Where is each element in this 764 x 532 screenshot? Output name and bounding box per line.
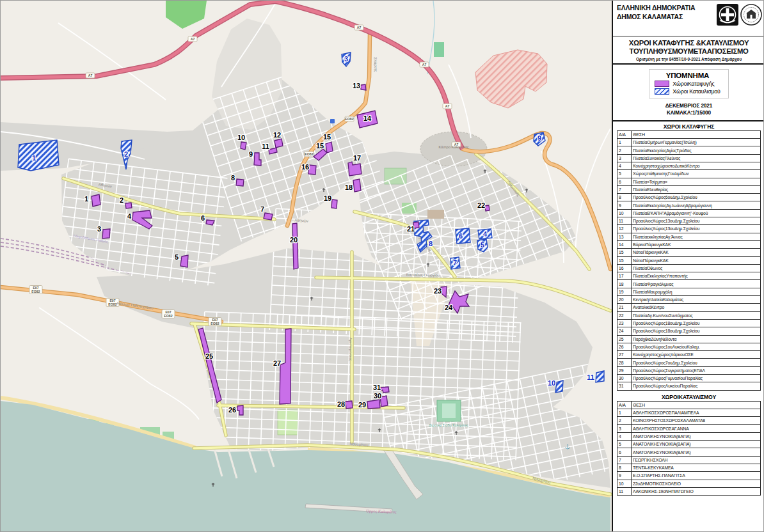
church-building [427,210,444,219]
refuge-row: 30ΠροαύλιοςΧώροςΓυμνασίουΠαραλίας [617,374,761,382]
refuge-site-number: 25 [205,352,213,360]
legend-title: ΥΠΟΜΝΗΜΑ [655,72,720,79]
refuge-row: 10ΠλατείαΒ'ΚΑΠΗ"Αβραμόγιαννη"-Κουφού [617,209,761,217]
refuge-row: 23ΠροαύλιοςΧώρος18ουΔημ.Σχολείου [617,319,761,327]
date-scale-block: ΔΕΚΕΜΒΡΙΟΣ 2021 ΚΛΙΜΑΚΑ:1/15000 [613,98,764,121]
svg-text:ΕΟ82: ΕΟ82 [345,117,353,121]
street-label: Αριστομένους [349,338,353,361]
svg-text:ΕΟ82: ΕΟ82 [108,302,116,306]
refuge-site-number: 20 [290,236,298,244]
route-shield: Α7 [188,36,197,42]
coat-of-arms-emblem [717,4,738,26]
refuge-site-polygon [206,220,214,225]
camp-site-polygon [596,371,604,382]
camp-row: 3ΑΘΛΗΤΙΚΟΣΧΩΡΟΣΑΓ.ΑΝΝΑ [617,425,761,432]
refuge-site-number: 15 [323,133,331,141]
route-shield: Α7 [86,73,95,78]
refuge-row: 29ΠροαύλιοςΧώροςΣυγκροτήματοςΕΠΑΛ [617,366,761,374]
street-label: Αθηνών [294,218,308,223]
bus-stop-icon [330,119,335,123]
route-shield: ΕΟ82 [345,116,354,121]
camp-row: 4ΑΝΑΤΟΛΙΚΗΣΥΝΟΙΚΙΑ(ΒΑΓΙΑ) [617,432,761,440]
refuge-site-number: 26 [228,406,236,414]
refuge-site-number: 16 [301,163,309,171]
refuge-row: 1ΠλατείαΟμήρωνΓερμανίας(Τσώλη) [617,139,761,146]
camp-site-polygon [555,380,563,393]
refuge-row: 26ΠροαύλιοςΧώρος1ουΛυκείουΚαλαμ. [617,343,761,350]
svg-text:Α7: Α7 [88,74,93,77]
refuge-table: Α/ΑΘΕΣΗ1ΠλατείαΟμήρωνΓερμανίας(Τσώλη)2Πλ… [617,130,761,391]
svg-text:Α7: Α7 [445,104,450,108]
refuge-site-number: 15 [316,142,324,150]
map-date: ΔΕΚΕΜΒΡΙΟΣ 2021 [613,102,764,109]
refuge-site-number: 17 [353,154,361,162]
map-canvas: ⚓ Α7Α7Α7Α7Α7Α7Ε07ΕΟ82Ε07ΕΟ82Ε07ΕΟ82Ε07ΕΟ… [1,1,612,532]
refuge-site-number: 3 [97,225,101,233]
camp-row: 5ΑΝΑΤΟΛΙΚΗΣΥΝΟΙΚΙΑ(ΒΑΓΙΑ) [617,441,761,448]
camp-site-number: 9 [537,134,541,142]
camp-site-number: 11 [587,373,594,381]
map-title-block: ΧΩΡΟΙ ΚΑΤΑΦΥΓΗΣ &ΚΑΤΑΥΛΙΣΜΟΥ ΤΟΥΠΛΗΘΥΣΜΟ… [613,36,764,65]
camp-row: 9Ε.Ο.ΣΠΑΡΤΗΣ-ΠΑΝΑΓΙΤΣΑ [617,472,761,480]
route-shield: ΕΟ82 [305,152,314,157]
camp-site-number: 6 [459,232,463,240]
refuge-site-polygon [367,400,380,409]
route-shield: Α7 [354,25,363,30]
refuge-swatch [655,81,669,87]
refuge-site-number: 27 [273,359,281,367]
info-panel: ΕΛΛΗΝΙΚΗ ΔΗΜΟΚΡΑΤΙΑ ΔΗΜΟΣ ΚΑΛΑΜΑΤΑΣ [612,1,764,532]
refuge-site-number: 1 [84,195,88,203]
refuge-row: 24ΠροαύλιοςΧώρος18ουΔημ.Σχολείου [617,327,761,335]
refuge-row: 3ΠλατείαΣυνοικίαςΠλεύνας [617,154,761,162]
refuge-site-number: 10 [237,134,245,141]
camp-site-polygon [456,228,470,244]
refuge-row: 27ΚοινόχρηστοςχώροςπάρκουΟΣΕ [617,351,761,359]
refuge-row: 4ΚοινόχρηστοιχώροιστοΔυτικόΚέντρο [617,162,761,169]
refuge-site-number: 13 [353,82,360,90]
refuge-site-number: 23 [434,287,442,295]
refuge-site-polygon [346,401,353,409]
legend-item-camp: Χώροι Καταυλισμού [655,88,720,95]
refuge-site-number: 30 [374,392,381,400]
refuge-site-number: 5 [175,253,179,261]
refuge-site-number: 12 [273,131,281,139]
camp-site-number: 5 [481,241,484,249]
refuge-row: 20ΚεντρικήπλατείαΚαλαμάτας [617,296,761,304]
legend-item-label: Χώροι Καταυλισμού [672,88,720,95]
camp-row: 1ΑΘΛΗΤΙΚΟΣΧΩΡΟΣΠΑΛΙΑΜΠΕΛΑ [617,409,761,416]
refuge-site-number: 24 [445,304,453,311]
svg-text:ΕΟ82: ΕΟ82 [211,322,219,325]
camp-row: 1022οΔΗΜΟΤΙΚΟΣΧΟΛΕΙΟ [617,480,761,487]
refuge-table-title: ΧΩΡΟΙ ΚΑΤΑΦΥΓΗΣ [617,123,761,130]
camp-table: Α/ΑΘΕΣΗ1ΑΘΛΗΤΙΚΟΣΧΩΡΟΣΠΑΛΙΑΜΠΕΛΑ2ΚΟΙΝΟΧΡ… [617,401,761,496]
refuge-site-polygon [292,223,298,269]
camp-site-number: 10 [548,379,555,387]
refuge-row: 12ΠροαύλιοςΧώρος13ουΔημ.Σχολείου [617,225,761,233]
camp-swatch [655,88,669,95]
camp-row: 11ΛΑΚΩΝΙΚΗΣ-19οΝΗΠΙΑΓΩΓΕΙΟ [617,487,761,495]
refuge-site-number: 21 [407,225,415,233]
legend-item-refuge: ΧώροιΚαταφυγής [655,81,720,87]
refuge-site-polygon [353,179,361,192]
panel-header: ΕΛΛΗΝΙΚΗ ΔΗΜΟΚΡΑΤΙΑ ΔΗΜΟΣ ΚΑΛΑΜΑΤΑΣ [613,1,764,36]
refuge-row: 13ΠλατείαεκκλησίαςΑγ.Άννας [617,233,761,240]
map-subtitle: Ορισμένη με την 84557/10-9-2021 Απόφαση … [614,57,764,61]
base-map: ⚓ Α7Α7Α7Α7Α7Α7Ε07ΕΟ82Ε07ΕΟ82Ε07ΕΟ82Ε07ΕΟ… [1,1,612,532]
refuge-row: 11ΠροαύλιοςΧώρος13ουΔημ.Σχολείου [617,217,761,225]
refuge-site-polygon [241,142,246,150]
kalamata-evacuation-map-sheet: ⚓ Α7Α7Α7Α7Α7Α7Ε07ΕΟ82Ε07ΕΟ82Ε07ΕΟ82Ε07ΕΟ… [0,0,764,532]
refuge-row: 14ΒόρειοΠάρκινγκΚΑΚ [617,240,761,248]
refuge-site-number: 31 [373,384,381,391]
refuge-row: 5ΧώροςστάθμευσηςΓουλιμίδων [617,170,761,178]
refuge-site-polygon [308,165,316,175]
refuge-row: 31ΠροαύλιοςΧώροςΛυκείουΠαραλίας [617,382,761,390]
refuge-site-polygon [236,179,244,186]
map-title-line2: ΤΟΥΠΛΗΘΥΣΜΟΥΜΕΤΑΑΠΟΣΕΙΣΜΟ [614,47,764,56]
refuge-row: 22ΠλατείαΑγ.Κων/νουΣυντάγματος [617,311,761,319]
svg-text:Α7: Α7 [357,26,362,29]
svg-text:Α7: Α7 [422,63,427,66]
refuge-site-polygon [180,255,188,267]
refuge-site-polygon [264,213,273,220]
refuge-row: 17ΠλατείαΕκκλησίαςΥπαπαντής [617,272,761,280]
refuge-row: 21ΑνατολικόΚέντρο [617,304,761,311]
